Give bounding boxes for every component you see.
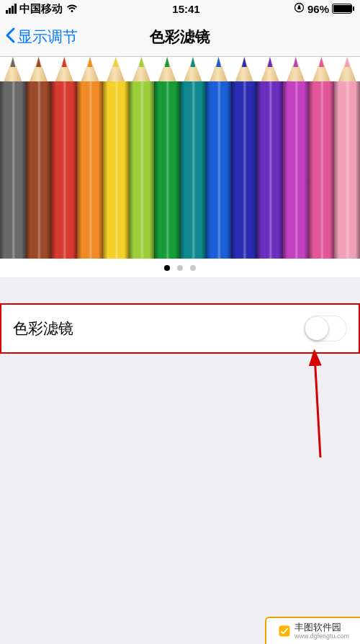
- pencil: [51, 57, 77, 259]
- orientation-lock-icon: [294, 2, 305, 15]
- page-dot[interactable]: [177, 265, 183, 271]
- battery-icon: [332, 4, 354, 14]
- signal-icon: [6, 4, 17, 14]
- pencil: [231, 57, 257, 259]
- pencils-image: [0, 57, 360, 259]
- color-filter-toggle-row[interactable]: 色彩滤镜: [0, 303, 360, 354]
- svg-rect-2: [279, 626, 289, 637]
- watermark: 丰图软件园 www.dgfengtu.com: [265, 617, 360, 644]
- clock: 15:41: [172, 3, 199, 15]
- watermark-url: www.dgfengtu.com: [294, 633, 349, 640]
- pencil: [257, 57, 283, 259]
- setting-label: 色彩滤镜: [13, 318, 73, 339]
- page-dot[interactable]: [164, 265, 170, 271]
- pencil: [283, 57, 309, 259]
- svg-line-1: [315, 355, 320, 457]
- wifi-icon: [66, 3, 78, 15]
- back-button[interactable]: 显示调节: [0, 27, 78, 48]
- watermark-logo-icon: [277, 624, 292, 638]
- pencil: [77, 57, 103, 259]
- pencil: [26, 57, 52, 259]
- pencil: [0, 57, 26, 259]
- chevron-left-icon: [4, 27, 16, 48]
- pencil: [180, 57, 206, 259]
- pencil: [103, 57, 129, 259]
- back-label: 显示调节: [17, 27, 78, 47]
- page-indicator[interactable]: [0, 259, 360, 277]
- annotation-arrow: [299, 349, 335, 465]
- watermark-name: 丰图软件园: [294, 622, 349, 632]
- carrier-label: 中国移动: [19, 2, 63, 16]
- nav-bar: 显示调节 色彩滤镜: [0, 17, 360, 57]
- battery-percent: 96%: [307, 3, 329, 15]
- color-filter-switch[interactable]: [304, 316, 347, 341]
- status-bar: 中国移动 15:41 96%: [0, 0, 360, 17]
- pencil: [154, 57, 180, 259]
- switch-knob: [305, 317, 328, 340]
- pencil: [129, 57, 155, 259]
- pencil: [334, 57, 360, 259]
- pencil: [309, 57, 335, 259]
- page-dot[interactable]: [190, 265, 196, 271]
- pencil: [206, 57, 232, 259]
- color-filter-preview[interactable]: [0, 57, 360, 277]
